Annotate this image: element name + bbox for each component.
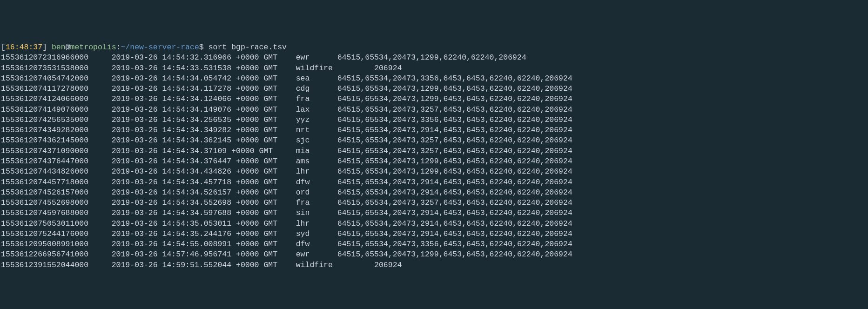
table-row: 1553612095008991000 2019-03-26 14:54:55.… bbox=[1, 240, 572, 249]
table-row: 1553612074149076000 2019-03-26 14:54:34.… bbox=[1, 105, 572, 114]
table-row: 1553612074457718000 2019-03-26 14:54:34.… bbox=[1, 178, 572, 187]
table-row: 1553612074124066000 2019-03-26 14:54:34.… bbox=[1, 94, 572, 103]
table-row: 1553612391552044000 2019-03-26 14:59:51.… bbox=[1, 261, 402, 269]
prompt-time: 16:48:37 bbox=[6, 43, 42, 52]
table-row: 1553612074256535000 2019-03-26 14:54:34.… bbox=[1, 115, 572, 124]
prompt-at: @ bbox=[66, 43, 70, 52]
command-text: sort bgp-race.tsv bbox=[204, 43, 287, 52]
prompt-symbol: $ bbox=[199, 43, 204, 52]
prompt-path: ~/new-server-race bbox=[121, 43, 199, 52]
bracket-open: [ bbox=[1, 43, 6, 52]
table-row: 1553612074349282000 2019-03-26 14:54:34.… bbox=[1, 126, 572, 134]
output: 1553612072316966000 2019-03-26 14:54:32.… bbox=[1, 53, 867, 270]
table-row: 1553612074371090000 2019-03-26 14:54:34.… bbox=[1, 147, 572, 155]
table-row: 1553612074054742000 2019-03-26 14:54:34.… bbox=[1, 74, 572, 83]
table-row: 1553612075053011000 2019-03-26 14:54:35.… bbox=[1, 219, 572, 228]
table-row: 1553612072316966000 2019-03-26 14:54:32.… bbox=[1, 53, 526, 62]
prompt-colon: : bbox=[116, 43, 121, 52]
terminal[interactable]: [16:48:37] ben@metropolis:~/new-server-r… bbox=[1, 42, 867, 270]
table-row: 1553612266956741000 2019-03-26 14:57:46.… bbox=[1, 250, 572, 259]
prompt-host: metropolis bbox=[70, 43, 116, 52]
table-row: 1553612074376447000 2019-03-26 14:54:34.… bbox=[1, 157, 572, 166]
table-row: 1553612074362145000 2019-03-26 14:54:34.… bbox=[1, 136, 572, 145]
prompt-line: [16:48:37] ben@metropolis:~/new-server-r… bbox=[1, 43, 287, 52]
table-row: 1553612074526157000 2019-03-26 14:54:34.… bbox=[1, 188, 572, 197]
table-row: 1553612073531538000 2019-03-26 14:54:33.… bbox=[1, 64, 402, 73]
prompt-user: ben bbox=[52, 43, 66, 52]
table-row: 1553612074552698000 2019-03-26 14:54:34.… bbox=[1, 198, 572, 207]
table-row: 1553612074117278000 2019-03-26 14:54:34.… bbox=[1, 84, 572, 93]
table-row: 1553612075244176000 2019-03-26 14:54:35.… bbox=[1, 229, 572, 238]
table-row: 1553612074434826000 2019-03-26 14:54:34.… bbox=[1, 167, 572, 176]
bracket-close: ] bbox=[42, 43, 52, 52]
table-row: 1553612074597688000 2019-03-26 14:54:34.… bbox=[1, 208, 572, 217]
